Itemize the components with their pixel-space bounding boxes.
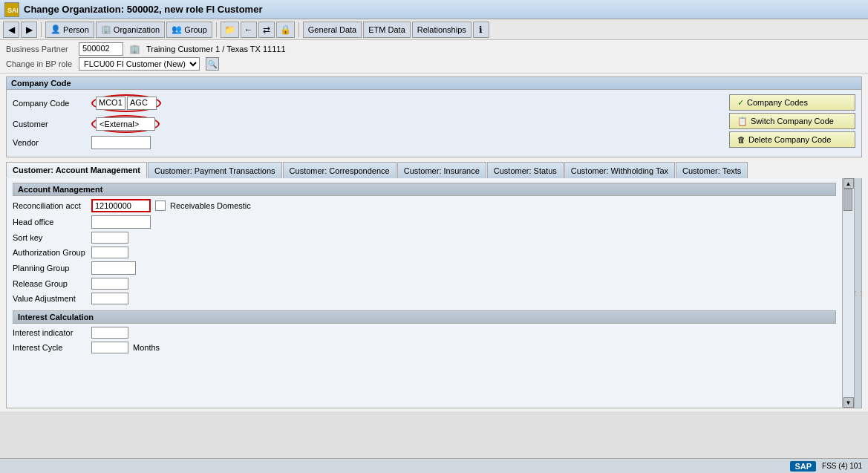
planning-group-input[interactable] bbox=[91, 261, 136, 275]
lock-btn[interactable]: 🔒 bbox=[276, 22, 295, 38]
title-bar: SAP Change Organization: 500002, new rol… bbox=[0, 0, 868, 19]
tabs-bar: Customer: Account Management Customer: P… bbox=[6, 162, 862, 178]
arrows-btn[interactable]: ⇄ bbox=[258, 22, 275, 38]
interest-cycle-label: Interest Cycle bbox=[13, 343, 87, 352]
scroll-thumb[interactable] bbox=[843, 189, 852, 211]
company-buttons: ✓ Company Codes 📋 Switch Company Code 🗑 … bbox=[729, 94, 855, 148]
side-resize-handle[interactable]: ⋮⋮ bbox=[854, 178, 861, 408]
group-icon: 👥 bbox=[172, 25, 182, 34]
general-data-btn[interactable]: General Data bbox=[303, 22, 362, 38]
tab-payment-transactions[interactable]: Customer: Payment Transactions bbox=[148, 162, 282, 178]
company-code-section: Company Code Company Code MCO1 AGC Custo… bbox=[6, 76, 862, 157]
folder-btn[interactable]: 📁 bbox=[221, 22, 239, 38]
company-code-circle: MCO1 AGC bbox=[91, 94, 161, 112]
fss-status: FSS (4) 101 bbox=[822, 462, 862, 470]
account-management-sub-header: Account Management bbox=[13, 183, 836, 196]
switch-icon: 📋 bbox=[737, 117, 748, 126]
person-icon: 👤 bbox=[50, 25, 61, 34]
bp-role-lookup-btn[interactable]: 🔍 bbox=[206, 57, 219, 71]
etm-data-btn[interactable]: ETM Data bbox=[363, 22, 411, 38]
org-icon: 🏢 bbox=[101, 25, 111, 34]
head-office-input[interactable] bbox=[91, 215, 151, 229]
recon-acct-desc: Receivables Domestic bbox=[170, 201, 251, 210]
info-bar: Business Partner 500002 🏢 Training Custo… bbox=[0, 40, 868, 74]
company-code-header: Company Code bbox=[7, 77, 861, 90]
switch-company-code-btn[interactable]: 📋 Switch Company Code bbox=[729, 113, 855, 129]
relationships-btn[interactable]: Relationships bbox=[412, 22, 471, 38]
bp-desc: Training Customer 1 / Texas TX 11111 bbox=[146, 45, 286, 53]
release-group-label: Release Group bbox=[13, 279, 87, 288]
bp-role-row: Change in BP role FLCU00 FI Customer (Ne… bbox=[6, 57, 862, 71]
company-code-input1[interactable]: MCO1 bbox=[96, 97, 125, 110]
tab-account-management[interactable]: Customer: Account Management bbox=[6, 162, 147, 178]
tab-withholding-tax[interactable]: Customer: Withholding Tax bbox=[564, 162, 675, 178]
arrow-left-btn[interactable]: ← bbox=[241, 22, 257, 38]
scroll-track bbox=[843, 189, 854, 397]
company-section-body: Company Code MCO1 AGC Customer <External… bbox=[7, 90, 861, 157]
vendor-input[interactable] bbox=[91, 136, 151, 149]
tab-status[interactable]: Customer: Status bbox=[487, 162, 564, 178]
sort-key-row: Sort key bbox=[13, 232, 836, 244]
scroll-up-btn[interactable]: ▲ bbox=[843, 178, 854, 189]
company-codes-icon: ✓ bbox=[737, 98, 744, 108]
bp-role-select[interactable]: FLCU00 FI Customer (New) bbox=[79, 57, 200, 71]
svg-text:SAP: SAP bbox=[7, 7, 18, 14]
tab-content: Account Management Reconciliation acct 1… bbox=[6, 178, 862, 408]
company-code-input2[interactable]: AGC bbox=[127, 97, 157, 110]
sap-icon: SAP bbox=[4, 2, 19, 17]
sap-logo: SAP bbox=[790, 461, 816, 472]
company-fields: Company Code MCO1 AGC Customer <External… bbox=[13, 94, 714, 152]
tab-main-area: Account Management Reconciliation acct 1… bbox=[7, 178, 842, 408]
account-management-sub: Account Management Reconciliation acct 1… bbox=[13, 183, 836, 304]
bp-role-label: Change in BP role bbox=[6, 59, 73, 68]
vendor-row: Vendor bbox=[13, 136, 714, 149]
nav-back-btn[interactable]: ◀ bbox=[3, 22, 19, 38]
tab-correspondence[interactable]: Customer: Correspondence bbox=[283, 162, 397, 178]
delete-company-code-btn[interactable]: 🗑 Delete Company Code bbox=[729, 131, 855, 148]
tab-texts[interactable]: Customer: Texts bbox=[676, 162, 748, 178]
customer-input[interactable]: <External> bbox=[96, 117, 155, 131]
customer-circle: <External> bbox=[91, 115, 160, 133]
organization-btn[interactable]: 🏢 Organization bbox=[96, 22, 165, 38]
building-icon: 🏢 bbox=[129, 44, 140, 54]
info-btn[interactable]: ℹ bbox=[473, 22, 489, 38]
auth-group-input[interactable] bbox=[91, 247, 128, 258]
value-adj-row: Value Adjustment bbox=[13, 293, 836, 304]
company-codes-btn[interactable]: ✓ Company Codes bbox=[729, 94, 855, 111]
recon-acct-input[interactable]: 12100000 bbox=[91, 199, 151, 212]
menu-bar: ◀ ▶ 👤 Person 🏢 Organization 👥 Group 📁 ← … bbox=[0, 19, 868, 40]
company-code-row: Company Code MCO1 AGC bbox=[13, 94, 714, 112]
planning-group-row: Planning Group bbox=[13, 261, 836, 275]
main-content: Company Code Company Code MCO1 AGC Custo… bbox=[0, 74, 868, 411]
interest-indicator-label: Interest indicator bbox=[13, 328, 87, 337]
group-btn[interactable]: 👥 Group bbox=[166, 22, 212, 38]
interest-indicator-input[interactable] bbox=[91, 327, 128, 339]
tab-scrollbar: ▲ ▼ bbox=[842, 178, 854, 408]
company-code-label: Company Code bbox=[13, 99, 87, 108]
bp-label: Business Partner bbox=[6, 45, 73, 53]
months-label: Months bbox=[133, 343, 160, 352]
value-adj-input[interactable] bbox=[91, 293, 128, 304]
bp-value[interactable]: 500002 bbox=[79, 42, 123, 56]
interest-cycle-input[interactable] bbox=[91, 342, 128, 353]
menu-sep-1 bbox=[41, 22, 42, 37]
status-bar: SAP FSS (4) 101 bbox=[0, 458, 868, 473]
scroll-down-btn[interactable]: ▼ bbox=[843, 397, 854, 408]
recon-acct-label: Reconciliation acct bbox=[13, 201, 87, 210]
value-adj-label: Value Adjustment bbox=[13, 294, 87, 303]
interest-cycle-row: Interest Cycle Months bbox=[13, 342, 836, 353]
person-btn[interactable]: 👤 Person bbox=[45, 22, 94, 38]
bp-row: Business Partner 500002 🏢 Training Custo… bbox=[6, 42, 862, 56]
menu-sep-3 bbox=[298, 22, 299, 37]
window-title: Change Organization: 500002, new role FI… bbox=[24, 4, 262, 15]
auth-group-label: Authorization Group bbox=[13, 248, 87, 257]
recon-acct-checkbox[interactable] bbox=[155, 200, 166, 211]
tab-insurance[interactable]: Customer: Insurance bbox=[397, 162, 486, 178]
head-office-label: Head office bbox=[13, 218, 87, 226]
auth-group-row: Authorization Group bbox=[13, 247, 836, 258]
interest-calc-sub: Interest Calculation Interest indicator … bbox=[13, 310, 836, 353]
sort-key-input[interactable] bbox=[91, 232, 128, 244]
recon-acct-row: Reconciliation acct 12100000 Receivables… bbox=[13, 199, 836, 212]
nav-forward-btn[interactable]: ▶ bbox=[21, 22, 37, 38]
release-group-input[interactable] bbox=[91, 278, 128, 290]
